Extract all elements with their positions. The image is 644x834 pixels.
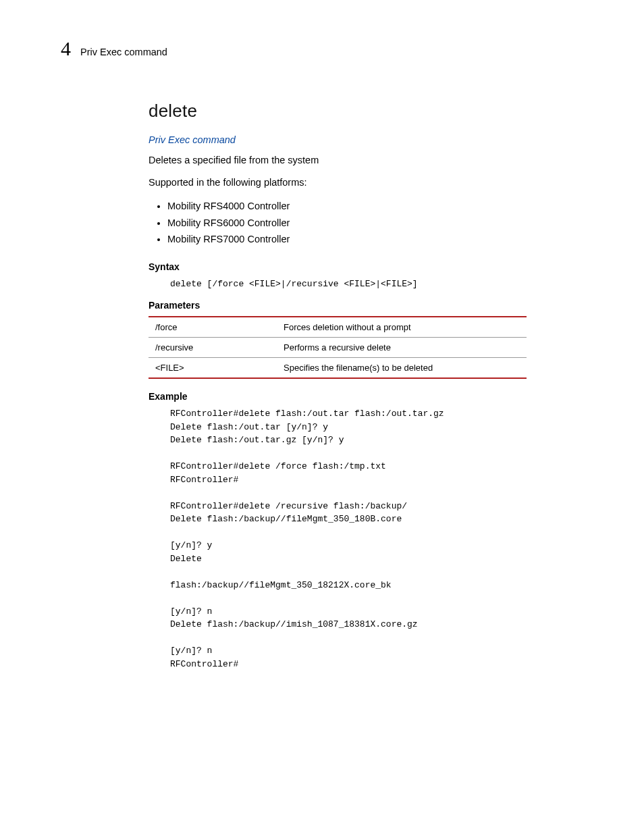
list-item: Mobility RFS6000 Controller <box>167 215 527 232</box>
list-item: Mobility RFS4000 Controller <box>167 198 527 215</box>
syntax-code: delete [/force <FILE>|/recursive <FILE>|… <box>170 278 527 291</box>
page: 4 Priv Exec command delete Priv Exec com… <box>0 0 644 721</box>
breadcrumb-link[interactable]: Priv Exec command <box>149 134 236 145</box>
command-title: delete <box>149 101 527 122</box>
table-row: /force Forces deletion without a prompt <box>149 317 527 338</box>
param-name: <FILE> <box>149 358 277 379</box>
syntax-heading: Syntax <box>149 261 527 272</box>
page-header: 4 Priv Exec command <box>61 37 583 60</box>
description-line-2: Supported in the following platforms: <box>149 176 527 190</box>
param-name: /force <box>149 317 277 338</box>
table-row: <FILE> Specifies the filename(s) to be d… <box>149 358 527 379</box>
param-desc: Performs a recursive delete <box>277 338 527 358</box>
platform-list: Mobility RFS4000 Controller Mobility RFS… <box>149 198 527 248</box>
chapter-number: 4 <box>61 37 71 60</box>
parameters-heading: Parameters <box>149 300 527 311</box>
content-column: delete Priv Exec command Deletes a speci… <box>149 101 527 671</box>
description-line-1: Deletes a specified file from the system <box>149 153 527 167</box>
example-heading: Example <box>149 391 527 402</box>
param-desc: Forces deletion without a prompt <box>277 317 527 338</box>
parameters-table: /force Forces deletion without a prompt … <box>149 316 527 379</box>
param-desc: Specifies the filename(s) to be deleted <box>277 358 527 379</box>
table-row: /recursive Performs a recursive delete <box>149 338 527 358</box>
example-code: RFController#delete flash:/out.tar flash… <box>170 407 527 671</box>
header-title: Priv Exec command <box>80 47 167 57</box>
list-item: Mobility RFS7000 Controller <box>167 231 527 248</box>
param-name: /recursive <box>149 338 277 358</box>
